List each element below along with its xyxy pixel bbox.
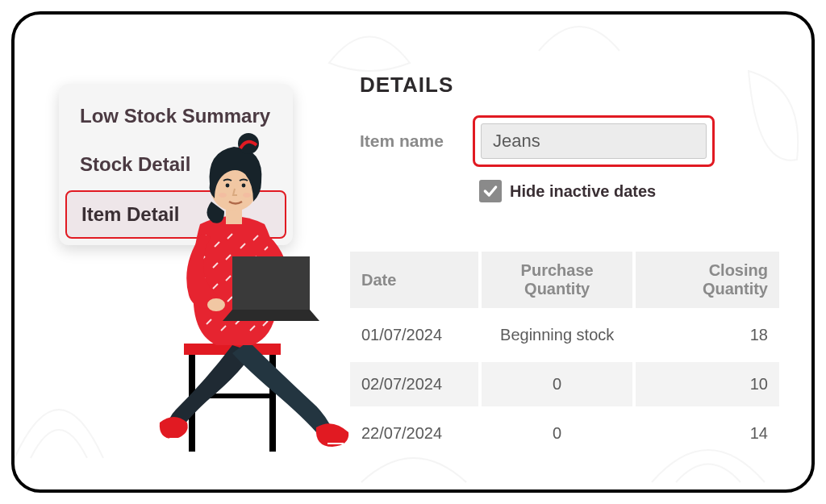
svg-rect-3 bbox=[189, 394, 276, 398]
svg-rect-1 bbox=[189, 355, 195, 452]
app-frame: Low Stock Summary Stock Detail Item Deta… bbox=[11, 11, 815, 493]
table-header-row: Date Purchase Quantity Closing Quantity bbox=[350, 252, 779, 308]
hide-inactive-checkbox[interactable] bbox=[479, 180, 502, 202]
cell-date: 22/07/2024 bbox=[350, 411, 478, 456]
table-row: 02/07/2024 0 10 bbox=[350, 362, 779, 406]
sidebar-item-label: Item Detail bbox=[81, 203, 179, 225]
table-row: 01/07/2024 Beginning stock 18 bbox=[350, 313, 779, 357]
svg-point-4 bbox=[207, 298, 225, 311]
item-name-label: Item name bbox=[360, 131, 457, 151]
cell-purchase: Beginning stock bbox=[482, 313, 633, 357]
cell-date: 02/07/2024 bbox=[350, 362, 478, 406]
svg-rect-2 bbox=[269, 355, 276, 452]
col-closing-quantity: Closing Quantity bbox=[636, 252, 779, 308]
hide-inactive-label: Hide inactive dates bbox=[510, 182, 656, 201]
cell-purchase: 0 bbox=[482, 411, 633, 456]
col-date: Date bbox=[350, 252, 478, 308]
check-icon bbox=[482, 183, 499, 199]
item-name-row: Item name bbox=[360, 115, 795, 167]
sidebar-item-low-stock-summary[interactable]: Low Stock Summary bbox=[65, 94, 286, 139]
svg-point-5 bbox=[264, 294, 282, 306]
cell-closing: 10 bbox=[636, 362, 779, 406]
item-name-input-highlight bbox=[473, 115, 715, 167]
sidebar-item-label: Stock Detail bbox=[80, 153, 190, 175]
cell-closing: 18 bbox=[636, 313, 779, 357]
details-heading: DETAILS bbox=[360, 73, 795, 98]
details-panel: DETAILS Item name Hide inactive dates bbox=[360, 73, 795, 227]
sidebar-menu: Low Stock Summary Stock Detail Item Deta… bbox=[59, 84, 293, 245]
stock-table: Date Purchase Quantity Closing Quantity … bbox=[347, 247, 782, 460]
svg-rect-0 bbox=[184, 344, 281, 355]
sidebar-item-item-detail[interactable]: Item Detail bbox=[65, 190, 286, 239]
col-purchase-quantity: Purchase Quantity bbox=[482, 252, 633, 308]
sidebar-item-stock-detail[interactable]: Stock Detail bbox=[65, 142, 286, 187]
cell-closing: 14 bbox=[636, 411, 779, 456]
table-row: 22/07/2024 0 14 bbox=[350, 411, 779, 456]
item-name-input[interactable] bbox=[481, 123, 707, 159]
sidebar-item-label: Low Stock Summary bbox=[80, 105, 270, 127]
hide-inactive-row: Hide inactive dates bbox=[479, 180, 795, 202]
cell-date: 01/07/2024 bbox=[350, 313, 478, 357]
cell-purchase: 0 bbox=[482, 362, 633, 406]
